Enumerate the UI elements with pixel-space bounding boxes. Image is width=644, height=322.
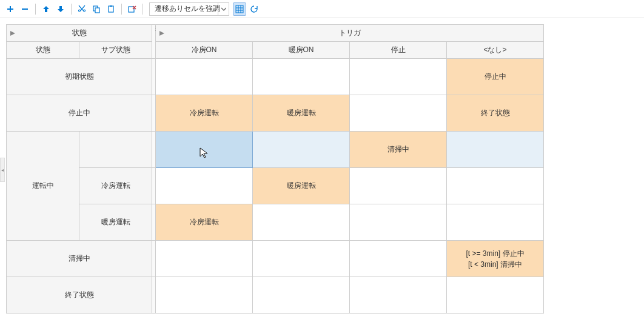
svg-rect-5 (129, 7, 134, 12)
cell[interactable] (447, 204, 544, 241)
cell[interactable] (350, 241, 447, 277)
cell[interactable] (253, 59, 350, 95)
table-row: 終了状態 (7, 277, 544, 314)
move-down-button[interactable] (54, 2, 67, 16)
add-button[interactable] (4, 2, 17, 16)
cell[interactable] (156, 59, 253, 95)
chevron-down-icon (218, 3, 229, 15)
collapse-left-handle[interactable]: ◂ (0, 158, 5, 182)
cell[interactable]: 暖房運転 (253, 95, 350, 132)
state-group-label: 状態 (72, 29, 87, 37)
cell[interactable]: 冷房運転 (156, 95, 253, 132)
cell[interactable] (447, 168, 544, 204)
row-state-final[interactable]: 終了状態 (7, 277, 152, 314)
row-state-cleaning[interactable]: 清掃中 (7, 241, 152, 277)
state-header[interactable]: 状態 (7, 42, 79, 59)
state-group-header[interactable]: 状態 (7, 25, 152, 42)
grid-toggle-button[interactable] (233, 2, 246, 16)
cell[interactable] (253, 277, 350, 314)
cut-button[interactable] (75, 2, 89, 16)
trigger-none-header[interactable]: <なし> (447, 42, 544, 59)
cursor-icon (200, 147, 208, 158)
row-state-running[interactable]: 運転中 (7, 132, 79, 241)
substate-header[interactable]: サブ状態 (79, 42, 152, 59)
cell[interactable] (447, 132, 544, 168)
cell[interactable] (350, 59, 447, 95)
cell[interactable] (253, 241, 350, 277)
table-row: 暖房運転 冷房運転 (7, 204, 544, 241)
cell[interactable] (350, 204, 447, 241)
cell[interactable]: 冷房運転 (156, 204, 253, 241)
refresh-button[interactable] (247, 2, 261, 16)
table-row: 冷房運転 暖房運転 (7, 168, 544, 204)
cell[interactable] (156, 241, 253, 277)
row-state-initial[interactable]: 初期状態 (7, 59, 152, 95)
cell[interactable]: [t >= 3min] 停止中 [t < 3min] 清掃中 (447, 241, 544, 277)
cell[interactable]: 暖房運転 (253, 168, 350, 204)
toolbar: 遷移ありセルを強調 (0, 0, 644, 18)
cell[interactable] (253, 132, 350, 168)
copy-button[interactable] (90, 2, 103, 16)
svg-rect-6 (236, 5, 243, 13)
cell[interactable] (253, 204, 350, 241)
delete-cell-button[interactable] (126, 2, 139, 16)
trigger-group-header[interactable]: トリガ (156, 25, 544, 42)
cell[interactable] (156, 168, 253, 204)
move-up-button[interactable] (39, 2, 53, 16)
cell[interactable] (156, 277, 253, 314)
remove-button[interactable] (18, 2, 32, 16)
cell[interactable]: 停止中 (447, 59, 544, 95)
table-row: 停止中 冷房運転 暖房運転 終了状態 (7, 95, 544, 132)
cell-selected[interactable] (156, 132, 253, 168)
trigger-group-label: トリガ (339, 29, 361, 37)
separator (71, 4, 72, 15)
svg-rect-4 (110, 5, 112, 7)
svg-rect-3 (109, 6, 113, 12)
cell[interactable] (447, 277, 544, 314)
table-row: 初期状態 停止中 (7, 59, 544, 95)
dropdown-label: 遷移ありセルを強調 (150, 4, 218, 14)
row-substate-cooling[interactable]: 冷房運転 (79, 168, 152, 204)
separator (121, 4, 122, 15)
svg-rect-2 (95, 8, 99, 13)
row-substate-heating[interactable]: 暖房運転 (79, 204, 152, 241)
cell[interactable]: 清掃中 (350, 132, 447, 168)
separator (35, 4, 36, 15)
cell[interactable] (350, 277, 447, 314)
svg-rect-0 (22, 8, 28, 10)
row-substate-blank[interactable] (79, 132, 152, 168)
paste-button[interactable] (104, 2, 118, 16)
separator (143, 4, 143, 15)
trigger-heating-header[interactable]: 暖房ON (253, 42, 350, 59)
table-row: 運転中 清掃中 (7, 132, 544, 168)
cell[interactable] (350, 95, 447, 132)
cell[interactable]: 終了状態 (447, 95, 544, 132)
table-row: 清掃中 [t >= 3min] 停止中 [t < 3min] 清掃中 (7, 241, 544, 277)
highlight-dropdown[interactable]: 遷移ありセルを強調 (149, 2, 229, 16)
trigger-stop-header[interactable]: 停止 (350, 42, 447, 59)
row-state-stopped[interactable]: 停止中 (7, 95, 152, 132)
transition-table: 状態 ⋮ トリガ 状態 サブ状態 冷房ON 暖房ON 停止 <なし> 初期状態 … (6, 24, 638, 314)
cell[interactable] (350, 168, 447, 204)
trigger-cooling-header[interactable]: 冷房ON (156, 42, 253, 59)
